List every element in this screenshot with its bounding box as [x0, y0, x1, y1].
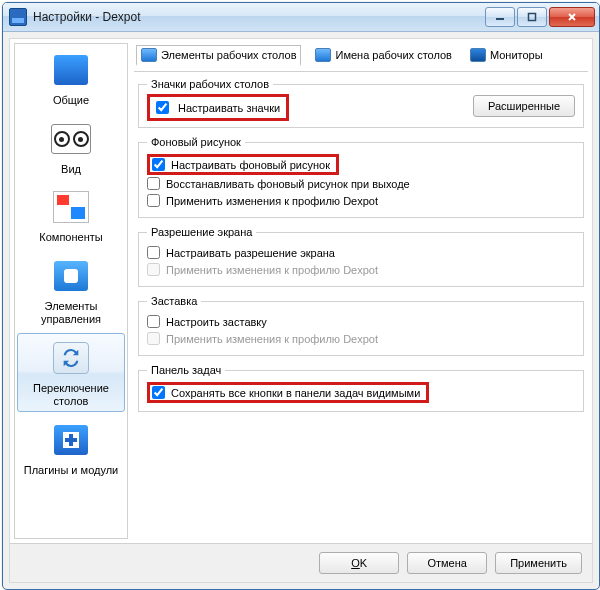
button-label: Применить — [510, 557, 567, 569]
group-legend: Значки рабочих столов — [147, 78, 273, 90]
checkbox-label: Применить изменения к профилю Dexpot — [166, 195, 378, 207]
cancel-button[interactable]: Отмена — [407, 552, 487, 574]
tab-label: Имена рабочих столов — [335, 49, 451, 61]
sidebar-item-label: Плагины и модули — [19, 464, 123, 477]
checkbox-customize-icons[interactable] — [156, 101, 169, 114]
tab-label: Мониторы — [490, 49, 543, 61]
sidebar-item-view[interactable]: Вид — [15, 113, 127, 182]
client-area: Общие Вид Компоненты Элементы управления — [9, 38, 593, 583]
group-legend: Фоновый рисунок — [147, 136, 245, 148]
checkbox-label: Настраивать значки — [178, 102, 280, 114]
checkbox-apply-profile-screensaver — [147, 332, 160, 345]
svg-rect-1 — [529, 14, 536, 21]
window-title: Настройки - Dexpot — [33, 10, 485, 24]
tab-monitors[interactable]: Мониторы — [466, 46, 547, 64]
sidebar-item-components[interactable]: Компоненты — [15, 181, 127, 250]
close-icon — [567, 12, 577, 22]
minimize-icon — [495, 12, 505, 22]
category-sidebar[interactable]: Общие Вид Компоненты Элементы управления — [14, 43, 128, 539]
checkbox-label: Настраивать разрешение экрана — [166, 247, 335, 259]
group-wallpaper: Фоновый рисунок Настраивать фоновый рису… — [138, 136, 584, 218]
checkbox-label: Применить изменения к профилю Dexpot — [166, 333, 378, 345]
sidebar-item-controls[interactable]: Элементы управления — [15, 250, 127, 331]
button-label: Отмена — [427, 557, 466, 569]
checkbox-restore-wallpaper[interactable] — [147, 177, 160, 190]
button-label: Расширенные — [488, 100, 560, 112]
checkbox-customize-wallpaper[interactable] — [152, 158, 165, 171]
group-screensaver: Заставка Настроить заставку Применить из… — [138, 295, 584, 356]
group-resolution: Разрешение экрана Настраивать разрешение… — [138, 226, 584, 287]
sidebar-item-plugins[interactable]: Плагины и модули — [15, 414, 127, 483]
titlebar: Настройки - Dexpot — [3, 3, 599, 32]
minimize-button[interactable] — [485, 7, 515, 27]
desktop-icon — [141, 48, 157, 62]
controls-icon — [54, 261, 88, 291]
sidebar-item-switching[interactable]: Переключение столов — [17, 333, 125, 412]
desktop-icon — [315, 48, 331, 62]
group-legend: Заставка — [147, 295, 201, 307]
tab-bar: Элементы рабочих столов Имена рабочих ст… — [134, 43, 588, 72]
checkbox-label: Применить изменения к профилю Dexpot — [166, 264, 378, 276]
dialog-button-bar: OK Отмена Применить — [10, 543, 592, 582]
group-desktop-icons: Значки рабочих столов Настраивать значки… — [138, 78, 584, 128]
group-legend: Разрешение экрана — [147, 226, 256, 238]
ok-button[interactable]: OK — [319, 552, 399, 574]
settings-pane: Элементы рабочих столов Имена рабочих ст… — [134, 43, 588, 539]
plugins-icon — [54, 425, 88, 455]
tab-desktop-elements[interactable]: Элементы рабочих столов — [136, 45, 301, 66]
settings-window: Настройки - Dexpot Общие — [2, 2, 600, 590]
sidebar-item-label: Вид — [19, 163, 123, 176]
monitor-icon — [470, 48, 486, 62]
button-label: K — [360, 557, 367, 569]
apply-button[interactable]: Применить — [495, 552, 582, 574]
sidebar-item-label: Переключение столов — [20, 382, 122, 407]
checkbox-customize-screensaver[interactable] — [147, 315, 160, 328]
maximize-button[interactable] — [517, 7, 547, 27]
checkbox-apply-profile-resolution — [147, 263, 160, 276]
maximize-icon — [527, 12, 537, 22]
components-icon — [53, 191, 89, 223]
checkbox-label: Настроить заставку — [166, 316, 267, 328]
checkbox-label: Восстанавливать фоновый рисунок при выхо… — [166, 178, 410, 190]
tab-label: Элементы рабочих столов — [161, 49, 296, 61]
checkbox-label: Сохранять все кнопки в панели задач види… — [171, 387, 420, 399]
advanced-button[interactable]: Расширенные — [473, 95, 575, 117]
window-controls — [485, 7, 595, 27]
checkbox-taskbar-keep-visible[interactable] — [152, 386, 165, 399]
sidebar-item-label: Элементы управления — [19, 300, 123, 325]
checkbox-apply-profile-wallpaper[interactable] — [147, 194, 160, 207]
close-button[interactable] — [549, 7, 595, 27]
general-icon — [54, 55, 88, 85]
switching-icon — [53, 342, 89, 374]
sidebar-item-label: Общие — [19, 94, 123, 107]
checkbox-label: Настраивать фоновый рисунок — [171, 159, 330, 171]
group-legend: Панель задач — [147, 364, 225, 376]
sidebar-item-general[interactable]: Общие — [15, 44, 127, 113]
tab-desktop-names[interactable]: Имена рабочих столов — [311, 46, 455, 64]
sidebar-item-label: Компоненты — [19, 231, 123, 244]
app-icon — [9, 8, 27, 26]
view-icon — [51, 124, 91, 154]
highlight-taskbar: Сохранять все кнопки в панели задач види… — [147, 382, 429, 403]
group-taskbar: Панель задач Сохранять все кнопки в пане… — [138, 364, 584, 412]
content-split: Общие Вид Компоненты Элементы управления — [10, 39, 592, 543]
checkbox-customize-resolution[interactable] — [147, 246, 160, 259]
settings-scroll[interactable]: Значки рабочих столов Настраивать значки… — [134, 72, 588, 539]
highlight-wallpaper: Настраивать фоновый рисунок — [147, 154, 339, 175]
highlight-icons: Настраивать значки — [147, 94, 289, 121]
